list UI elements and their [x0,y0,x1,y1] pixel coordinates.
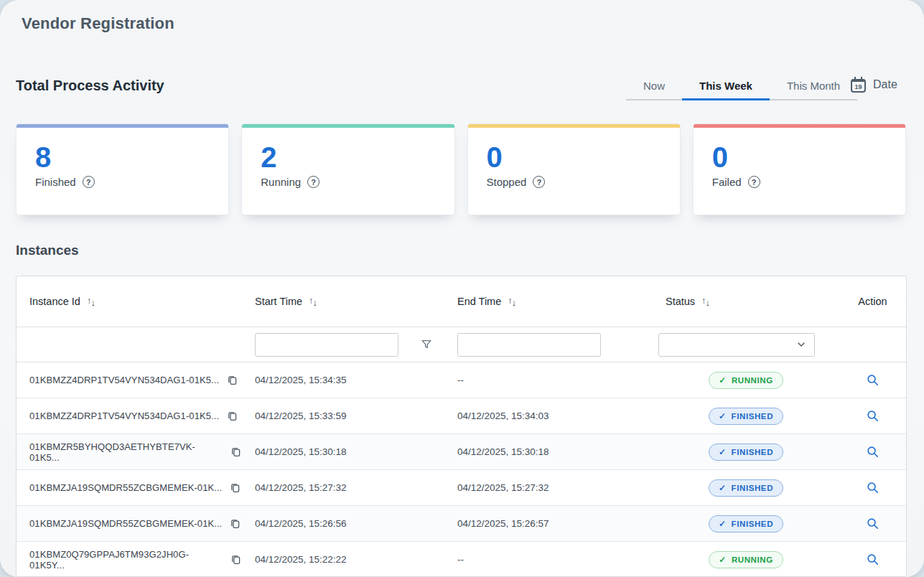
start-time: 04/12/2025, 15:22:22 [255,554,347,565]
card-accent-bar [242,124,454,128]
status-label: RUNNING [732,376,773,385]
stat-card-failed: 0 Failed ? [693,123,906,215]
copy-icon[interactable] [230,446,242,458]
card-accent-bar [694,124,905,128]
filter-icon[interactable] [420,338,433,351]
tab-this-month[interactable]: This Month [770,73,857,99]
finished-count: 8 [35,142,228,172]
view-instance-icon[interactable] [866,553,879,566]
running-label: Running [261,176,301,188]
date-picker-button[interactable]: 19 Date [851,77,897,93]
check-icon: ✓ [719,411,727,421]
instance-id: 01KBMZ0Q79GPPAJ6TM93G2JH0G-01K5Y... [29,549,223,571]
running-count: 2 [261,142,454,172]
card-accent-bar [468,124,680,128]
view-instance-icon[interactable] [866,517,879,530]
view-instance-icon[interactable] [866,409,879,423]
stat-card-stopped: 0 Stopped ? [467,123,681,215]
sort-icon[interactable]: ↑↓ [508,296,516,307]
failed-count: 0 [712,142,905,172]
tab-now[interactable]: Now [626,73,682,99]
start-time-filter-input[interactable] [255,333,398,357]
date-button-label: Date [873,78,897,91]
card-accent-bar [17,124,228,128]
view-instance-icon[interactable] [866,445,879,459]
help-icon[interactable]: ? [748,176,760,188]
end-time: -- [457,375,464,385]
status-badge: ✓ FINISHED [709,408,783,425]
copy-icon[interactable] [229,517,241,530]
end-time: 04/12/2025, 15:26:57 [457,518,549,529]
start-time: 04/12/2025, 15:34:35 [255,375,347,385]
failed-label: Failed [712,176,742,188]
end-time: -- [457,554,464,565]
start-time: 04/12/2025, 15:30:18 [255,446,347,457]
copy-icon[interactable] [226,410,238,422]
status-badge: ✓ FINISHED [709,444,783,461]
table-row: 01KBMZJA19SQMDR55ZCBGMEMEK-01K... 04/12/… [17,506,906,542]
table-row: 01KBMZR5BYHQQD3AETHYBTE7VK-01K5... 04/12… [17,434,906,470]
view-instance-icon[interactable] [866,481,879,494]
view-instance-icon[interactable] [866,373,879,387]
status-label: FINISHED [732,484,773,492]
help-icon[interactable]: ? [83,176,95,188]
calendar-icon: 19 [851,79,866,93]
instances-table: Instance Id ↑↓ Start Time ↑↓ End Time ↑↓… [16,276,907,577]
status-label: RUNNING [732,555,773,564]
help-icon[interactable]: ? [533,176,545,188]
tab-this-week[interactable]: This Week [682,73,770,99]
end-time-filter-input[interactable] [457,333,601,357]
column-header-end-time: End Time ↑↓ [444,296,653,307]
status-badge: ✓ FINISHED [709,515,783,533]
check-icon: ✓ [719,375,727,385]
start-time: 04/12/2025, 15:26:56 [255,518,347,529]
copy-icon[interactable] [226,374,238,386]
help-icon[interactable]: ? [307,176,319,188]
stat-card-finished: 8 Finished ? [16,123,229,215]
table-row: 01KBMZJA19SQMDR55ZCBGMEMEK-01K... 04/12/… [17,470,906,506]
status-filter-select[interactable] [658,333,815,357]
end-time: 04/12/2025, 15:34:03 [457,411,549,421]
instances-section-title: Instances [16,243,79,258]
stat-cards: 8 Finished ? 2 Running ? 0 Stopped ? 0 [16,123,906,215]
table-row: 01KBMZ0Q79GPPAJ6TM93G2JH0G-01K5Y... 04/1… [17,542,906,577]
status-label: FINISHED [732,520,773,528]
status-label: FINISHED [732,448,773,456]
end-time: 04/12/2025, 15:27:32 [457,482,549,493]
column-header-status: Status ↑↓ [653,296,839,307]
table-row: 01KBMZZ4DRP1TV54VYN534DAG1-01K5... 04/12… [17,398,906,434]
status-badge: ✓ FINISHED [709,479,783,497]
instance-id: 01KBMZJA19SQMDR55ZCBGMEMEK-01K... [29,482,222,493]
instance-id: 01KBMZZ4DRP1TV54VYN534DAG1-01K5... [29,411,219,421]
stopped-label: Stopped [487,176,527,188]
copy-icon[interactable] [229,482,241,494]
activity-section-title: Total Process Activity [16,78,164,94]
instance-id: 01KBMZZ4DRP1TV54VYN534DAG1-01K5... [29,375,219,385]
status-label: FINISHED [732,412,773,421]
vendor-registration-page: Vendor Registration Total Process Activi… [0,0,924,577]
stopped-count: 0 [487,142,680,172]
sort-icon[interactable]: ↑↓ [87,296,95,307]
sort-icon[interactable]: ↑↓ [701,296,710,307]
copy-icon[interactable] [230,553,242,566]
check-icon: ✓ [719,447,727,457]
page-title: Vendor Registration [22,14,174,33]
start-time: 04/12/2025, 15:33:59 [255,411,347,421]
chevron-down-icon [795,339,807,350]
instance-id: 01KBMZJA19SQMDR55ZCBGMEMEK-01K... [29,518,222,529]
sort-icon[interactable]: ↑↓ [309,296,317,307]
column-header-action: Action [839,296,906,307]
column-header-instance-id: Instance Id ↑↓ [17,296,242,307]
instance-id: 01KBMZR5BYHQQD3AETHYBTE7VK-01K5... [29,441,223,463]
finished-label: Finished [35,176,76,188]
check-icon: ✓ [719,555,727,565]
table-row: 01KBMZZ4DRP1TV54VYN534DAG1-01K5... 04/12… [17,362,906,398]
time-range-tabs: Now This Week This Month [626,73,857,100]
check-icon: ✓ [719,483,727,493]
table-header-row: Instance Id ↑↓ Start Time ↑↓ End Time ↑↓… [17,276,906,327]
stat-card-running: 2 Running ? [241,123,454,215]
column-header-start-time: Start Time ↑↓ [242,296,444,307]
start-time: 04/12/2025, 15:27:32 [255,482,347,493]
end-time: 04/12/2025, 15:30:18 [457,446,549,457]
status-badge: ✓ RUNNING [709,551,783,568]
